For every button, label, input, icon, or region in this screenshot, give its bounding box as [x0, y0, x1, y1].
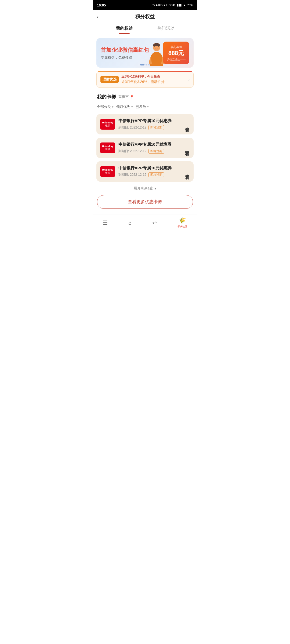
banner-amount-box: 最高赢得 888元 调信立减生——: [163, 42, 189, 64]
tab-bar: 我的权益 热门活动: [93, 23, 197, 34]
nav-back[interactable]: ↩: [152, 219, 157, 226]
back-button[interactable]: ‹: [97, 14, 99, 20]
status-time: 10:05: [97, 3, 106, 7]
coupon-action-3[interactable]: 查看: [184, 171, 190, 172]
filter-category[interactable]: 全部分类 ▾: [97, 103, 114, 110]
coupon-card-1[interactable]: UnionPay 银联 中信银行APP专属10元优惠券 到期日: 2022-12…: [96, 114, 194, 134]
coupon-card-2[interactable]: UnionPay 银联 中信银行APP专属10元优惠券 到期日: 2022-12…: [96, 138, 194, 158]
page-title: 积分权益: [135, 13, 155, 20]
kanong-logo-icon: 🌾: [179, 217, 186, 224]
coupon-card-3[interactable]: UnionPay 银联 中信银行APP专属10元优惠券 到期日: 2022-12…: [96, 161, 194, 182]
finance-label: 理财优选: [100, 76, 119, 83]
finance-arrow-icon: ›: [188, 77, 190, 82]
coupon-action-2[interactable]: 查看: [184, 147, 190, 148]
menu-icon: ☰: [103, 219, 108, 226]
kanong-label: 卡农社区: [177, 225, 187, 228]
nav-kanong[interactable]: 🌾 卡农社区: [177, 217, 187, 228]
finance-desc-top: 近5%+12%利率，今日最高: [121, 74, 188, 79]
coupon-title-1: 中信银行APP专属10元优惠券: [118, 118, 181, 123]
header: ‹ 积分权益: [93, 10, 197, 23]
coupon-title-3: 中信银行APP专属10元优惠券: [118, 166, 181, 171]
coupon-info-2: 中信银行APP专属10元优惠券 到期日: 2022-12-12 即将过期: [118, 142, 181, 154]
city-name: 重庆市: [118, 94, 129, 99]
filter-priority[interactable]: 领取优先 ▾: [116, 103, 133, 110]
finance-desc: 近5%+12%利率，今日最高 近3月年化3.26%，流动性好: [121, 74, 188, 84]
city-selector[interactable]: 重庆市 📍: [118, 94, 134, 99]
location-icon: 📍: [130, 95, 134, 99]
coupon-logo-1: UnionPay 银联: [100, 119, 115, 130]
coupon-expiry-row-1: 到期日: 2022-12-12 即将过期: [118, 125, 181, 130]
filter-issued[interactable]: 已发放 ▾: [136, 103, 149, 110]
svg-point-2: [158, 46, 159, 47]
banner-dots: [140, 64, 150, 65]
wifi-icon: ▲: [183, 3, 186, 7]
location-speed: 55.4 KB/s: [152, 3, 165, 7]
status-right: 55.4 KB/s HD 5G ▮▮▮ ▲ 75%: [152, 3, 193, 7]
tab-hot-activities[interactable]: 热门活动: [145, 23, 187, 34]
coupon-expiry-1: 到期日: 2022-12-12: [118, 125, 146, 130]
view-more-coupons-button[interactable]: 查看更多优惠卡券: [97, 195, 193, 209]
coupon-badge-1: 即将过期: [148, 125, 164, 130]
filter-category-arrow: ▾: [112, 105, 114, 109]
my-cards-section-title: 我的卡券 重庆市 📍: [93, 93, 197, 103]
dot-3: [148, 64, 150, 65]
coupon-title-2: 中信银行APP专属10元优惠券: [118, 142, 181, 147]
nav-menu[interactable]: ☰: [103, 219, 108, 226]
dot-2: [146, 64, 147, 65]
expand-arrow-icon: ▾: [154, 186, 156, 191]
nav-home[interactable]: ⌂: [128, 220, 132, 226]
promo-banner[interactable]: 首加企业微信赢红包 专属权益，免费领取 最高赢得 888元 调信立减生——: [96, 38, 194, 68]
coupon-list: UnionPay 银联 中信银行APP专属10元优惠券 到期日: 2022-12…: [93, 114, 197, 182]
coupon-expiry-row-2: 到期日: 2022-12-12 即将过期: [118, 149, 181, 154]
coupon-badge-3: 即将过期: [148, 172, 164, 177]
coupon-expiry-row-3: 到期日: 2022-12-12 即将过期: [118, 172, 181, 177]
svg-point-1: [154, 46, 155, 47]
coupon-action-1[interactable]: 查看: [184, 124, 190, 125]
coupon-logo-3: UnionPay 银联: [100, 166, 115, 177]
coupon-logo-2: UnionPay 银联: [100, 142, 115, 153]
back-nav-icon: ↩: [152, 219, 157, 226]
battery-icon: 75%: [187, 3, 193, 7]
filter-priority-arrow: ▾: [131, 105, 133, 109]
network-type: HD 5G: [166, 3, 175, 7]
filter-bar: 全部分类 ▾ 领取优先 ▾ 已发放 ▾: [93, 103, 197, 114]
coupon-expiry-3: 到期日: 2022-12-12: [118, 173, 146, 177]
my-cards-label: 我的卡券: [97, 94, 116, 100]
tab-my-benefits[interactable]: 我的权益: [103, 23, 145, 34]
status-bar: 10:05 55.4 KB/s HD 5G ▮▮▮ ▲ 75%: [93, 0, 197, 10]
expand-coupons-button[interactable]: 展开剩余1张 ▾: [93, 182, 197, 193]
finance-desc-bottom: 近3月年化3.26%，流动性好: [121, 79, 188, 84]
coupon-info-3: 中信银行APP专属10元优惠券 到期日: 2022-12-12 即将过期: [118, 166, 181, 177]
coupon-info-1: 中信银行APP专属10元优惠券 到期日: 2022-12-12 即将过期: [118, 118, 181, 130]
bottom-navigation: ☰ ⌂ ↩ 🌾 卡农社区: [93, 214, 197, 232]
filter-issued-arrow: ▾: [147, 105, 149, 109]
coupon-expiry-2: 到期日: 2022-12-12: [118, 149, 146, 153]
expand-label: 展开剩余1张: [134, 186, 153, 191]
dot-1: [140, 64, 144, 65]
finance-card[interactable]: 理财优选 近5%+12%利率，今日最高 近3月年化3.26%，流动性好 ›: [96, 71, 194, 88]
signal-icon: ▮▮▮: [177, 3, 182, 7]
home-icon: ⌂: [128, 220, 132, 226]
coupon-badge-2: 即将过期: [148, 149, 164, 154]
